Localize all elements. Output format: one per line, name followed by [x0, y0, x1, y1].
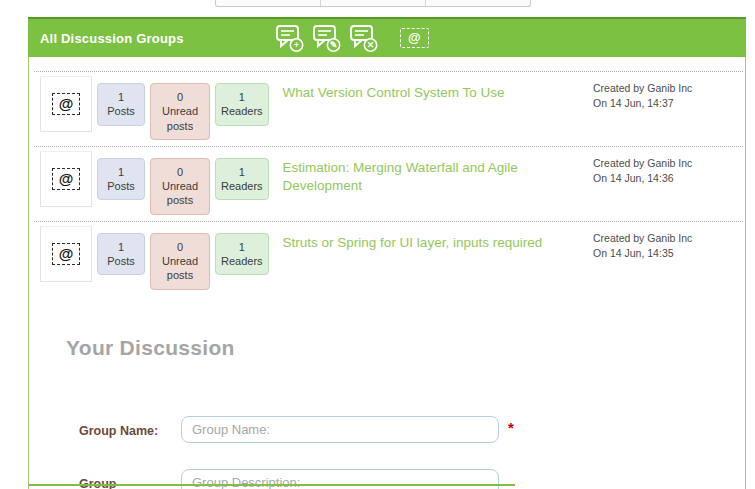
readers-label: Readers [221, 180, 263, 192]
unread-posts-badge: 0 Unread posts [150, 233, 210, 290]
at-icon: @ [52, 168, 81, 190]
unread-label: Unread posts [162, 180, 198, 206]
created-by-text: Created by Ganib Inc [593, 232, 692, 244]
group-title-wrap: What Version Control System To Use [283, 76, 593, 101]
posts-badge: 1 Posts [97, 83, 145, 126]
next-section-top-edge [29, 484, 515, 486]
unread-count: 0 [156, 90, 204, 104]
group-at-box: @ [40, 151, 92, 207]
created-on-text: On 14 Jun, 14:37 [593, 97, 674, 109]
group-at-box: @ [40, 226, 92, 282]
at-icon: @ [52, 243, 81, 265]
posts-label: Posts [107, 105, 135, 117]
group-title-link[interactable]: Estimation: Merging Waterfall and Agile … [283, 160, 518, 193]
unread-count: 0 [156, 165, 204, 179]
readers-label: Readers [221, 255, 263, 267]
created-on-text: On 14 Jun, 14:35 [593, 247, 674, 259]
discussion-group-row[interactable]: @ 1 Posts 0 Unread posts 1 Readers What … [34, 71, 743, 146]
delete-discussion-icon[interactable]: ✕ [349, 24, 379, 52]
created-by-text: Created by Ganib Inc [593, 157, 692, 169]
svg-text:✎: ✎ [330, 40, 338, 50]
group-title-link[interactable]: What Version Control System To Use [283, 85, 505, 100]
svg-text:✕: ✕ [367, 40, 375, 50]
top-tab-1[interactable] [216, 0, 320, 6]
posts-count: 1 [103, 165, 139, 179]
readers-label: Readers [221, 105, 263, 117]
posts-label: Posts [107, 255, 135, 267]
mention-icon[interactable]: @ [400, 28, 429, 48]
readers-count: 1 [221, 90, 263, 104]
group-title-wrap: Struts or Spring for UI layer, inputs re… [283, 226, 593, 251]
top-tab-2[interactable] [320, 0, 425, 6]
field-label: Group Name: [79, 416, 181, 439]
unread-posts-badge: 0 Unread posts [150, 83, 210, 140]
your-discussion-heading: Your Discussion [66, 336, 745, 360]
discussion-groups-list: @ 1 Posts 0 Unread posts 1 Readers What … [34, 71, 743, 296]
group-at-box: @ [40, 76, 92, 132]
created-on-text: On 14 Jun, 14:36 [593, 172, 674, 184]
edit-discussion-icon[interactable]: ✎ [312, 24, 342, 52]
discussion-group-row[interactable]: @ 1 Posts 0 Unread posts 1 Readers Strut… [34, 221, 743, 296]
svg-text:+: + [294, 40, 299, 50]
readers-badge: 1 Readers [215, 83, 269, 126]
form-row: Group Name: * [79, 416, 745, 443]
posts-badge: 1 Posts [97, 158, 145, 201]
group-created-info: Created by Ganib Inc On 14 Jun, 14:37 [593, 76, 743, 111]
readers-count: 1 [221, 165, 263, 179]
discussion-groups-panel: All Discussion Groups + [28, 17, 746, 489]
unread-posts-badge: 0 Unread posts [150, 158, 210, 215]
readers-count: 1 [221, 240, 263, 254]
posts-count: 1 [103, 240, 139, 254]
posts-count: 1 [103, 90, 139, 104]
field-input[interactable] [181, 416, 499, 443]
required-asterisk: * [508, 416, 514, 436]
readers-badge: 1 Readers [215, 233, 269, 276]
unread-count: 0 [156, 240, 204, 254]
group-title-wrap: Estimation: Merging Waterfall and Agile … [283, 151, 593, 194]
panel-title: All Discussion Groups [28, 31, 184, 46]
created-by-text: Created by Ganib Inc [593, 82, 692, 94]
posts-label: Posts [107, 180, 135, 192]
group-title-link[interactable]: Struts or Spring for UI layer, inputs re… [283, 235, 543, 250]
panel-header: All Discussion Groups + [28, 17, 746, 57]
at-icon: @ [52, 93, 81, 115]
group-created-info: Created by Ganib Inc On 14 Jun, 14:35 [593, 226, 743, 261]
add-discussion-icon[interactable]: + [275, 24, 305, 52]
top-tab-3[interactable] [425, 0, 530, 6]
group-created-info: Created by Ganib Inc On 14 Jun, 14:36 [593, 151, 743, 186]
readers-badge: 1 Readers [215, 158, 269, 201]
discussion-group-row[interactable]: @ 1 Posts 0 Unread posts 1 Readers Estim… [34, 146, 743, 221]
unread-label: Unread posts [162, 255, 198, 281]
panel-toolbar: + ✎ [275, 19, 429, 57]
unread-label: Unread posts [162, 105, 198, 131]
top-tabs-fragment [215, 0, 531, 7]
posts-badge: 1 Posts [97, 233, 145, 276]
